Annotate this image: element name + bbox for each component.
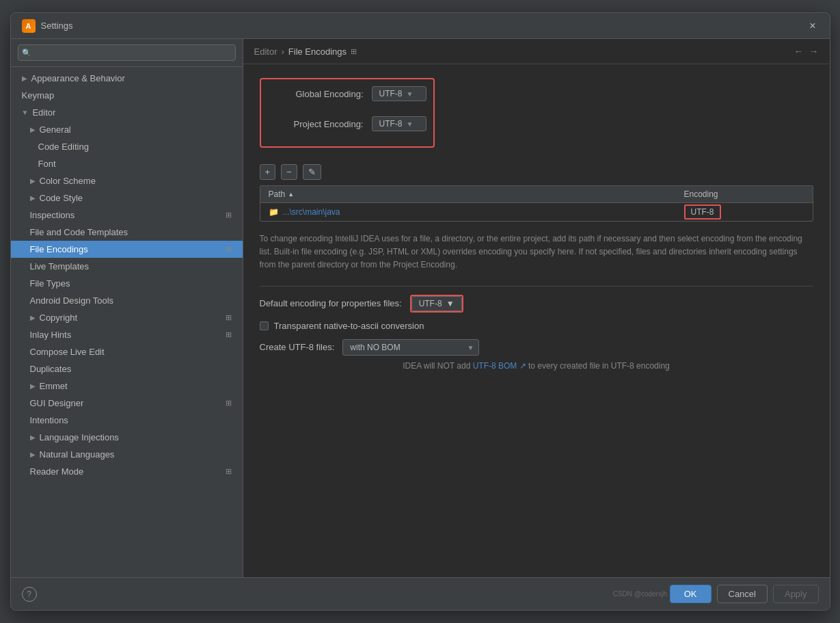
sidebar-item-file-code-templates[interactable]: File and Code Templates xyxy=(11,224,243,241)
gui-badge: ⊞ xyxy=(226,399,232,408)
watermark: CSDN @coderxjh xyxy=(613,590,670,598)
global-encoding-value: UTF-8 xyxy=(379,89,403,98)
create-utf8-select-wrap: with NO BOM with BOM always add BOM ▼ xyxy=(342,339,479,356)
global-encoding-label: Global Encoding: xyxy=(268,89,364,99)
dialog-body: 🔍 ▶ Appearance & Behavior Keymap ▼ Edito… xyxy=(11,39,830,577)
search-icon: 🔍 xyxy=(22,49,31,57)
sidebar-item-label: Keymap xyxy=(22,90,55,101)
ok-button[interactable]: OK xyxy=(670,585,712,603)
create-utf8-select[interactable]: with NO BOM with BOM always add BOM xyxy=(342,339,479,356)
global-encoding-dropdown[interactable]: UTF-8 ▼ xyxy=(372,86,426,101)
props-encoding-dropdown[interactable]: UTF-8 ▼ xyxy=(411,296,462,311)
sidebar-item-live-templates[interactable]: Live Templates xyxy=(11,258,243,275)
col-path-header: Path ▲ xyxy=(260,189,676,199)
sidebar-item-gui-designer[interactable]: GUI Designer ⊞ xyxy=(11,395,243,412)
path-value: ...\src\main\java xyxy=(283,207,340,217)
sidebar-item-keymap[interactable]: Keymap xyxy=(11,87,243,104)
nav-arrows: ← → xyxy=(794,46,819,57)
sidebar-item-code-style[interactable]: ▶ Code Style xyxy=(11,189,243,207)
footer-right: OK Cancel Apply xyxy=(670,585,819,603)
sidebar-item-label: File and Code Templates xyxy=(30,227,128,237)
sidebar-item-color-scheme[interactable]: ▶ Color Scheme xyxy=(11,172,243,189)
sidebar-item-inspections[interactable]: Inspections ⊞ xyxy=(11,207,243,224)
dialog-title: Settings xyxy=(41,21,73,31)
sidebar-item-inlay-hints[interactable]: Inlay Hints ⊞ xyxy=(11,326,243,343)
sidebar-item-label: Code Style xyxy=(40,193,83,203)
table-header: Path ▲ Encoding xyxy=(260,186,813,203)
transparent-row: Transparent native-to-ascii conversion xyxy=(260,321,813,331)
sidebar-item-label: File Types xyxy=(30,278,70,289)
sidebar-item-compose-live-edit[interactable]: Compose Live Edit xyxy=(11,343,243,360)
dropdown-arrow-icon2: ▼ xyxy=(407,120,414,128)
sidebar-item-android-design-tools[interactable]: Android Design Tools xyxy=(11,292,243,309)
footer-left: ? xyxy=(22,587,37,602)
forward-button[interactable]: → xyxy=(809,46,819,57)
sidebar-item-label: Code Editing xyxy=(38,142,89,152)
sidebar-item-emmet[interactable]: ▶ Emmet xyxy=(11,377,243,395)
title-bar: A Settings × xyxy=(11,13,830,39)
sidebar-item-label: Editor xyxy=(32,107,55,118)
expand-icon: ▼ xyxy=(22,109,29,116)
dropdown-arrow-icon: ▼ xyxy=(407,90,414,98)
sort-arrow-icon: ▲ xyxy=(288,191,294,198)
sidebar-item-natural-languages[interactable]: ▶ Natural Languages xyxy=(11,446,243,463)
sidebar-item-label: Inlay Hints xyxy=(30,330,72,340)
main-content: Editor › File Encodings ⊞ ← → Global Enc… xyxy=(243,39,830,577)
sidebar-item-editor[interactable]: ▼ Editor xyxy=(11,104,243,121)
sidebar-item-general[interactable]: ▶ General xyxy=(11,121,243,138)
remove-button[interactable]: − xyxy=(281,164,297,180)
sidebar-item-duplicates[interactable]: Duplicates xyxy=(11,360,243,377)
props-label: Default encoding for properties files: xyxy=(260,298,402,308)
sidebar-item-language-injections[interactable]: ▶ Language Injections xyxy=(11,429,243,446)
search-input[interactable] xyxy=(18,44,236,61)
sidebar-item-label: Intentions xyxy=(30,415,68,425)
sidebar-item-label: Reader Mode xyxy=(30,466,84,477)
col-encoding-header: Encoding xyxy=(676,189,813,199)
encoding-value-highlighted: UTF-8 xyxy=(684,204,721,220)
apply-button[interactable]: Apply xyxy=(773,585,819,603)
create-utf8-label: Create UTF-8 files: xyxy=(260,342,335,352)
expand-icon: ▶ xyxy=(30,194,36,202)
sidebar-item-copyright[interactable]: ▶ Copyright ⊞ xyxy=(11,309,243,326)
sidebar-item-reader-mode[interactable]: Reader Mode ⊞ xyxy=(11,463,243,480)
sidebar-item-label: Font xyxy=(38,159,56,169)
edit-button[interactable]: ✎ xyxy=(303,164,321,180)
sidebar-item-label: Language Injections xyxy=(40,432,119,442)
expand-icon: ▶ xyxy=(30,126,36,133)
sidebar-item-label: Color Scheme xyxy=(40,176,96,186)
create-utf8-row: Create UTF-8 files: with NO BOM with BOM… xyxy=(260,339,813,356)
sidebar-item-font[interactable]: Font xyxy=(11,155,243,172)
sidebar-item-file-types[interactable]: File Types xyxy=(11,275,243,292)
dialog-footer: ? CSDN @coderxjh OK Cancel Apply xyxy=(11,577,830,610)
sidebar-item-file-encodings[interactable]: File Encodings ⊞ xyxy=(11,241,243,258)
sidebar-item-label: GUI Designer xyxy=(30,398,84,408)
sidebar-item-label: Duplicates xyxy=(30,364,72,374)
cell-encoding: UTF-8 xyxy=(676,207,813,217)
project-encoding-dropdown[interactable]: UTF-8 ▼ xyxy=(372,116,426,131)
sidebar-item-appearance[interactable]: ▶ Appearance & Behavior xyxy=(11,70,243,87)
toolbar-row: + − ✎ xyxy=(260,164,813,180)
expand-icon: ▶ xyxy=(30,314,36,321)
sidebar-item-code-editing[interactable]: Code Editing xyxy=(11,138,243,155)
sidebar-item-label: General xyxy=(40,124,71,135)
sidebar-item-label: Appearance & Behavior xyxy=(31,73,125,83)
add-button[interactable]: + xyxy=(260,164,276,180)
cancel-button[interactable]: Cancel xyxy=(717,585,768,603)
props-encoding-row: Default encoding for properties files: U… xyxy=(260,295,813,313)
app-icon: A xyxy=(22,19,36,33)
close-button[interactable]: × xyxy=(807,20,818,32)
table-row[interactable]: 📁 ...\src\main\java UTF-8 xyxy=(260,203,813,221)
sidebar-item-label: Emmet xyxy=(40,381,68,391)
col-path-sortable[interactable]: Path ▲ xyxy=(269,189,668,199)
info-text: To change encoding IntelliJ IDEA uses fo… xyxy=(260,233,813,272)
back-button[interactable]: ← xyxy=(794,46,804,57)
sidebar-item-intentions[interactable]: Intentions xyxy=(11,412,243,429)
project-encoding-label: Project Encoding: xyxy=(268,119,364,129)
content-area: Global Encoding: UTF-8 ▼ Project Encodin… xyxy=(243,64,830,577)
folder-icon: 📁 xyxy=(269,207,279,217)
nav-tree: ▶ Appearance & Behavior Keymap ▼ Editor … xyxy=(11,67,243,577)
transparent-checkbox[interactable] xyxy=(260,321,269,330)
encoding-highlight-box: Global Encoding: UTF-8 ▼ Project Encodin… xyxy=(260,78,435,148)
utf8-bom-link[interactable]: UTF-8 BOM ↗ xyxy=(473,361,526,371)
help-button[interactable]: ? xyxy=(22,587,37,602)
